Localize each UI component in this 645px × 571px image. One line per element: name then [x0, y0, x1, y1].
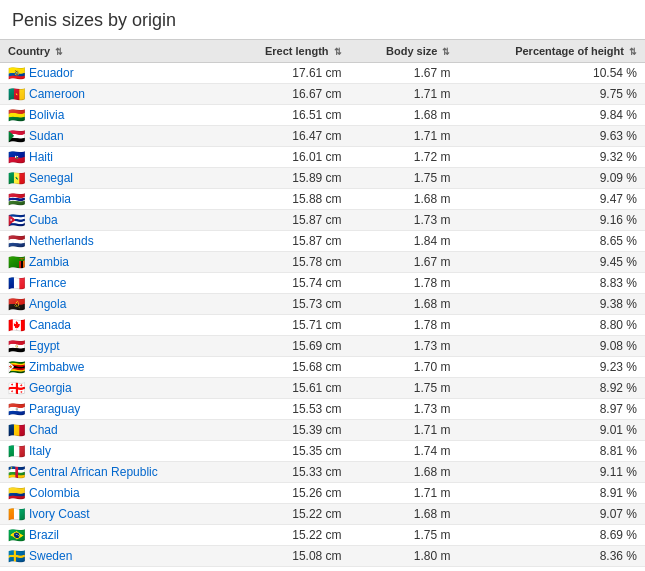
country-link[interactable]: Central African Republic — [29, 465, 158, 479]
country-flag: 🇵🇾 — [8, 404, 24, 415]
body-size-cell: 1.78 m — [350, 273, 459, 294]
body-size-cell: 1.73 m — [350, 336, 459, 357]
erect-length-cell: 15.08 cm — [224, 546, 349, 567]
country-link[interactable]: Haiti — [29, 150, 53, 164]
country-cell: 🇨🇴 Colombia — [0, 483, 224, 504]
table-row: 🇨🇺 Cuba 15.87 cm1.73 m9.16 % — [0, 210, 645, 231]
percentage-cell: 8.91 % — [458, 483, 645, 504]
country-cell: 🇨🇲 Cameroon — [0, 84, 224, 105]
country-cell: 🇭🇹 Haiti — [0, 147, 224, 168]
table-row: 🇸🇪 Sweden 15.08 cm1.80 m8.36 % — [0, 546, 645, 567]
table-row: 🇪🇬 Egypt 15.69 cm1.73 m9.08 % — [0, 336, 645, 357]
country-link[interactable]: Italy — [29, 444, 51, 458]
country-link[interactable]: Georgia — [29, 381, 72, 395]
body-size-cell: 1.71 m — [350, 420, 459, 441]
sort-icon-country: ⇅ — [55, 47, 63, 57]
country-link[interactable]: France — [29, 276, 66, 290]
body-size-cell: 1.68 m — [350, 294, 459, 315]
country-flag: 🇸🇳 — [8, 173, 24, 184]
data-table: Country ⇅ Erect length ⇅ Body size ⇅ Per… — [0, 39, 645, 571]
table-row: 🇨🇲 Cameroon 16.67 cm1.71 m9.75 % — [0, 84, 645, 105]
erect-length-cell: 15.74 cm — [224, 273, 349, 294]
country-flag: 🇧🇴 — [8, 110, 24, 121]
percentage-cell: 9.45 % — [458, 252, 645, 273]
country-flag: 🇸🇪 — [8, 551, 24, 562]
country-link[interactable]: Zimbabwe — [29, 360, 84, 374]
country-link[interactable]: Paraguay — [29, 402, 80, 416]
country-cell: 🇦🇴 Angola — [0, 294, 224, 315]
country-cell: 🇮🇹 Italy — [0, 441, 224, 462]
erect-length-cell: 15.73 cm — [224, 294, 349, 315]
country-link[interactable]: Chad — [29, 423, 58, 437]
col-body-size[interactable]: Body size ⇅ — [350, 40, 459, 63]
country-link[interactable]: Ecuador — [29, 66, 74, 80]
country-flag: 🇨🇦 — [8, 320, 24, 331]
erect-length-cell: 16.01 cm — [224, 147, 349, 168]
country-link[interactable]: Egypt — [29, 339, 60, 353]
country-link[interactable]: Angola — [29, 297, 66, 311]
percentage-cell: 8.65 % — [458, 231, 645, 252]
percentage-cell: 9.07 % — [458, 504, 645, 525]
table-row: 🇪🇨 Ecuador 17.61 cm1.67 m10.54 % — [0, 63, 645, 84]
percentage-cell: 8.69 % — [458, 525, 645, 546]
country-link[interactable]: Cuba — [29, 213, 58, 227]
country-link[interactable]: Colombia — [29, 486, 80, 500]
country-link[interactable]: Gambia — [29, 192, 71, 206]
country-link[interactable]: Brazil — [29, 528, 59, 542]
country-link[interactable]: Ivory Coast — [29, 507, 90, 521]
country-flag: 🇿🇲 — [8, 257, 24, 268]
country-cell: 🇪🇬 Egypt — [0, 336, 224, 357]
country-link[interactable]: Sudan — [29, 129, 64, 143]
percentage-cell: 9.32 % — [458, 147, 645, 168]
country-link[interactable]: Cameroon — [29, 87, 85, 101]
country-flag: 🇪🇨 — [8, 68, 24, 79]
erect-length-cell: 15.71 cm — [224, 315, 349, 336]
country-cell: 🇨🇦 Canada — [0, 315, 224, 336]
country-flag: 🇳🇱 — [8, 236, 24, 247]
sort-icon-percentage: ⇅ — [629, 47, 637, 57]
table-row: 🇹🇩 Chad 15.39 cm1.71 m9.01 % — [0, 420, 645, 441]
country-flag: 🇹🇩 — [8, 425, 24, 436]
country-cell: 🇿🇲 Zambia — [0, 252, 224, 273]
table-row: 🇧🇴 Bolivia 16.51 cm1.68 m9.84 % — [0, 105, 645, 126]
country-flag: 🇬🇲 — [8, 194, 24, 205]
body-size-cell: 1.78 m — [350, 315, 459, 336]
country-flag: 🇨🇮 — [8, 509, 24, 520]
country-link[interactable]: Senegal — [29, 171, 73, 185]
body-size-cell: 1.73 m — [350, 567, 459, 572]
country-link[interactable]: Canada — [29, 318, 71, 332]
percentage-cell: 9.47 % — [458, 189, 645, 210]
country-cell: 🇨🇮 Ivory Coast — [0, 504, 224, 525]
erect-length-cell: 17.61 cm — [224, 63, 349, 84]
erect-length-cell: 15.87 cm — [224, 210, 349, 231]
country-cell: 🇿🇼 Zimbabwe — [0, 357, 224, 378]
country-link[interactable]: Sweden — [29, 549, 72, 563]
table-row: 🇨🇴 Colombia 15.26 cm1.71 m8.91 % — [0, 483, 645, 504]
body-size-cell: 1.80 m — [350, 546, 459, 567]
table-row: 🇧🇬 Bulgaria 15.02 cm1.73 m8.66 % — [0, 567, 645, 572]
percentage-cell: 9.23 % — [458, 357, 645, 378]
col-percentage[interactable]: Percentage of height ⇅ — [458, 40, 645, 63]
table-row: 🇨🇮 Ivory Coast 15.22 cm1.68 m9.07 % — [0, 504, 645, 525]
erect-length-cell: 16.51 cm — [224, 105, 349, 126]
country-flag: 🇸🇩 — [8, 131, 24, 142]
percentage-cell: 8.83 % — [458, 273, 645, 294]
body-size-cell: 1.73 m — [350, 210, 459, 231]
col-erect-length[interactable]: Erect length ⇅ — [224, 40, 349, 63]
body-size-cell: 1.68 m — [350, 504, 459, 525]
country-link[interactable]: Zambia — [29, 255, 69, 269]
country-link[interactable]: Netherlands — [29, 234, 94, 248]
erect-length-cell: 15.33 cm — [224, 462, 349, 483]
erect-length-cell: 16.67 cm — [224, 84, 349, 105]
country-link[interactable]: Bolivia — [29, 108, 64, 122]
percentage-cell: 9.16 % — [458, 210, 645, 231]
country-flag: 🇪🇬 — [8, 341, 24, 352]
col-country[interactable]: Country ⇅ — [0, 40, 224, 63]
erect-length-cell: 15.22 cm — [224, 504, 349, 525]
country-flag: 🇦🇴 — [8, 299, 24, 310]
table-row: 🇬🇲 Gambia 15.88 cm1.68 m9.47 % — [0, 189, 645, 210]
percentage-cell: 9.75 % — [458, 84, 645, 105]
table-row: 🇸🇩 Sudan 16.47 cm1.71 m9.63 % — [0, 126, 645, 147]
country-cell: 🇬🇪 Georgia — [0, 378, 224, 399]
body-size-cell: 1.71 m — [350, 84, 459, 105]
